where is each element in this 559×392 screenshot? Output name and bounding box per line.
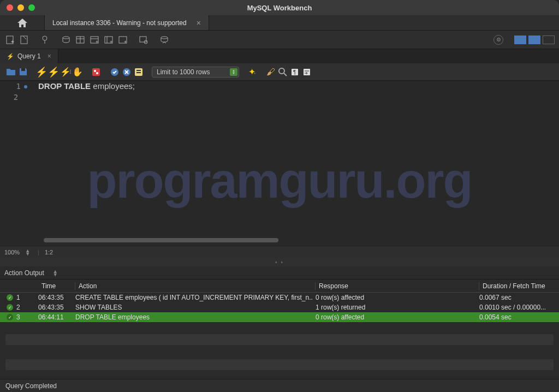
toggle-bottom-panel-button[interactable]: [528, 35, 540, 44]
row-duration: 0.0067 sec: [476, 294, 559, 301]
word-wrap-icon[interactable]: [301, 67, 312, 78]
row-response: 0 row(s) affected: [312, 294, 476, 301]
column-header-duration[interactable]: Duration / Fetch Time: [479, 282, 559, 290]
search-table-icon[interactable]: [138, 34, 150, 46]
output-selector[interactable]: Action Output: [4, 269, 44, 277]
open-file-icon[interactable]: [5, 67, 16, 78]
code-area[interactable]: DROP TABLE employees;: [32, 81, 559, 246]
toggle-limit-icon[interactable]: [133, 67, 144, 78]
status-ok-icon: ✓: [7, 314, 13, 320]
create-procedure-icon[interactable]: +: [103, 34, 115, 46]
home-icon: [17, 19, 27, 27]
inspector-icon[interactable]: [39, 34, 51, 46]
svg-line-30: [284, 73, 287, 76]
svg-point-19: [161, 37, 168, 39]
column-header-action[interactable]: Action: [75, 282, 316, 290]
close-window-button[interactable]: [7, 4, 13, 11]
status-ok-icon: ✓: [7, 294, 13, 301]
row-action: CREATE TABLE employees ( id INT AUTO_INC…: [72, 294, 312, 301]
new-sql-tab-icon[interactable]: +: [4, 34, 16, 46]
status-bar: Query Completed: [0, 379, 559, 392]
create-table-icon[interactable]: [74, 34, 86, 46]
output-bar: [5, 359, 554, 370]
create-function-icon[interactable]: +: [117, 34, 129, 46]
save-file-icon[interactable]: [17, 67, 28, 78]
beautify-icon[interactable]: ✦+: [247, 67, 258, 78]
app-title: MySQL Workbench: [247, 4, 312, 12]
svg-rect-21: [92, 68, 100, 76]
svg-rect-20: [21, 68, 25, 71]
bolt-icon: ⚡: [7, 53, 14, 60]
row-time: 06:43:35: [35, 304, 72, 311]
toggle-right-panel-button[interactable]: [543, 35, 555, 44]
output-row[interactable]: ✓ 2 06:43:35 SHOW TABLES 1 row(s) return…: [0, 302, 559, 312]
sql-identifier: employees;: [91, 81, 135, 91]
cursor-position: 1:2: [45, 249, 53, 256]
toggle-left-panel-button[interactable]: [514, 35, 526, 44]
stop-icon[interactable]: ✋: [72, 67, 83, 78]
output-row[interactable]: ✓ 3 06:44:11 DROP TABLE employees 0 row(…: [0, 312, 559, 322]
row-index: 1: [16, 294, 35, 301]
column-header-response[interactable]: Response: [316, 282, 479, 290]
svg-point-3: [43, 36, 47, 40]
row-duration: 0.0010 sec / 0.00000...: [476, 304, 559, 311]
statement-marker-icon: [24, 85, 27, 88]
line-number: 1: [0, 81, 27, 92]
rollback-icon[interactable]: [121, 67, 132, 78]
execute-icon[interactable]: ⚡: [36, 67, 47, 78]
svg-point-29: [279, 68, 284, 74]
svg-point-5: [63, 37, 69, 39]
close-query-tab-icon[interactable]: ×: [47, 52, 51, 60]
column-header-time[interactable]: Time: [38, 282, 75, 290]
svg-rect-28: [136, 72, 141, 73]
output-row[interactable]: ✓ 1 06:43:35 CREATE TABLE employees ( id…: [0, 293, 559, 302]
row-duration: 0.0054 sec: [476, 313, 559, 321]
dropdown-arrows-icon[interactable]: ▲▼: [53, 270, 58, 276]
grip-icon: • •: [275, 259, 284, 265]
settings-icon[interactable]: ⚙: [493, 35, 503, 45]
dropdown-arrows-icon: ▲▼: [230, 68, 237, 76]
svg-text:+: +: [11, 39, 14, 45]
toggle-autocommit-icon[interactable]: [91, 67, 102, 78]
create-view-icon[interactable]: +: [88, 34, 100, 46]
create-schema-icon[interactable]: [60, 34, 72, 46]
main-toolbar: + + + + ⚙: [0, 31, 559, 49]
invisible-chars-icon[interactable]: ¶: [289, 67, 300, 78]
row-time: 06:44:11: [35, 313, 72, 321]
pane-divider[interactable]: • •: [0, 258, 559, 266]
home-tab[interactable]: [0, 15, 45, 30]
connection-tab[interactable]: Local instance 3306 - Warning - not supp…: [45, 15, 209, 30]
zoom-level[interactable]: 100%: [4, 249, 20, 256]
svg-point-23: [96, 72, 98, 74]
sql-keyword: DROP TABLE: [38, 81, 91, 91]
horizontal-scrollbar[interactable]: [44, 238, 278, 242]
maximize-window-button[interactable]: [28, 4, 35, 11]
open-sql-file-icon[interactable]: [19, 34, 31, 46]
row-response: 0 row(s) affected: [312, 313, 476, 321]
explain-icon[interactable]: ⚡𝕀: [60, 67, 71, 78]
svg-rect-27: [136, 70, 141, 71]
svg-point-22: [94, 70, 96, 72]
svg-text:+: +: [124, 39, 127, 45]
find-icon[interactable]: 🖌: [265, 67, 276, 78]
search-icon[interactable]: [277, 67, 288, 78]
reconnect-icon[interactable]: [158, 34, 170, 46]
close-tab-icon[interactable]: ×: [197, 19, 201, 27]
output-bar: [5, 334, 554, 345]
line-gutter: 1 2: [0, 81, 32, 246]
window-controls: [7, 4, 35, 11]
query-tab-label: Query 1: [17, 52, 41, 60]
row-limit-label: Limit to 1000 rows: [157, 68, 210, 76]
row-action: DROP TABLE employees: [72, 313, 312, 321]
status-text: Query Completed: [5, 382, 57, 390]
sql-editor[interactable]: 1 2 DROP TABLE employees; programguru.or…: [0, 81, 559, 246]
query-tab[interactable]: ⚡ Query 1 ×: [0, 49, 58, 63]
connection-tab-bar: Local instance 3306 - Warning - not supp…: [0, 15, 559, 31]
row-index: 3: [16, 313, 35, 321]
zoom-stepper-icon[interactable]: ▲▼: [25, 249, 30, 256]
svg-text:+: +: [110, 39, 112, 45]
execute-current-icon[interactable]: ⚡: [48, 67, 59, 78]
row-limit-select[interactable]: Limit to 1000 rows ▲▼: [152, 67, 239, 78]
minimize-window-button[interactable]: [17, 4, 24, 11]
commit-icon[interactable]: [109, 67, 120, 78]
